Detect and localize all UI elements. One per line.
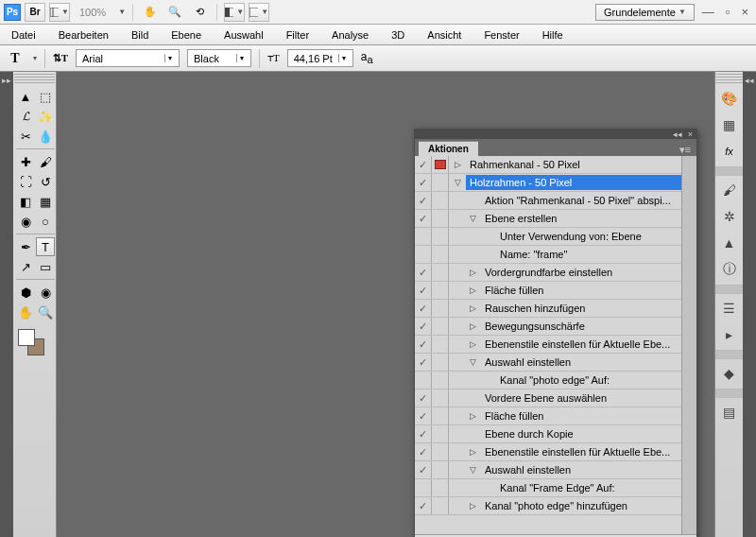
workspace-dropdown[interactable]: Grundelemente▼	[595, 4, 695, 21]
heal-tool[interactable]: ✚	[16, 152, 35, 171]
dialog-toggle[interactable]	[432, 174, 449, 191]
disclosure-icon[interactable]: ▽	[470, 357, 481, 367]
dialog-toggle[interactable]	[432, 282, 449, 299]
actions-panel-icon[interactable]: ▸	[718, 323, 741, 346]
toggle-checkbox[interactable]: ✓	[415, 497, 432, 514]
actions-list[interactable]: ✓▷Rahmenkanal - 50 Pixel✓▽Holzrahmen - 5…	[415, 156, 681, 534]
minimize-button[interactable]: —	[698, 5, 718, 19]
lasso-tool[interactable]: 𝓛	[16, 107, 35, 126]
marquee-tool[interactable]: ⬚	[36, 87, 55, 106]
navigator-panel-icon[interactable]: ✲	[718, 205, 741, 228]
disclosure-icon[interactable]: ▷	[470, 303, 481, 313]
menu-filter[interactable]: Filter	[283, 27, 313, 43]
type-tool[interactable]: T	[36, 237, 55, 256]
right-dock-collapsed[interactable]: ◂◂	[743, 72, 756, 537]
toggle-checkbox[interactable]	[415, 246, 432, 263]
toolbox-grip[interactable]	[14, 74, 55, 83]
action-row[interactable]: ✓▽Auswahl einstellen	[415, 354, 681, 372]
toggle-checkbox[interactable]	[415, 228, 432, 245]
zoom-level[interactable]: 100%	[74, 7, 112, 18]
shape-tool[interactable]: ▭	[36, 257, 55, 276]
disclosure-icon[interactable]: ▷	[470, 411, 481, 421]
action-row[interactable]: Unter Verwendung von: Ebene	[415, 228, 681, 246]
dialog-toggle[interactable]	[432, 156, 449, 173]
eraser-tool[interactable]: ◧	[16, 192, 35, 211]
crop-tool[interactable]: ✂	[16, 127, 35, 146]
color-swatches[interactable]	[16, 327, 53, 359]
menu-bearbeiten[interactable]: Bearbeiten	[55, 27, 112, 43]
hand-tool-button[interactable]: ✋	[140, 3, 161, 22]
toggle-checkbox[interactable]	[415, 479, 432, 496]
disclosure-icon[interactable]: ▷	[470, 321, 481, 331]
left-dock-collapsed[interactable]: ▸▸	[0, 72, 13, 537]
dialog-toggle[interactable]	[432, 228, 449, 245]
styles-panel-icon[interactable]: fx	[718, 140, 741, 163]
zoom-tool-button[interactable]: 🔍	[164, 3, 185, 22]
rightbar-grip[interactable]	[715, 74, 743, 83]
action-row[interactable]: ✓Aktion "Rahmenkanal - 50 Pixel" abspi..…	[415, 192, 681, 210]
panel-collapse-icon[interactable]: ◂◂	[673, 130, 682, 139]
arrange-button[interactable]: ▼	[224, 3, 245, 22]
toggle-checkbox[interactable]: ✓	[415, 336, 432, 353]
disclosure-icon[interactable]: ▷	[470, 501, 481, 511]
disclosure-icon[interactable]: ▷	[470, 268, 481, 277]
dialog-toggle[interactable]	[432, 246, 449, 263]
action-row[interactable]: ✓▷Rauschen hinzufügen	[415, 300, 681, 318]
channels-panel-icon[interactable]: ▤	[718, 401, 741, 424]
path-tool[interactable]: ↗	[16, 257, 35, 276]
toggle-checkbox[interactable]: ✓	[415, 461, 432, 478]
toggle-checkbox[interactable]: ✓	[415, 425, 432, 442]
rotate-view-button[interactable]: ⟲	[189, 3, 210, 22]
gradient-tool[interactable]: ▦	[36, 192, 55, 211]
foreground-swatch[interactable]	[18, 329, 35, 346]
action-row[interactable]: ✓▽Ebene erstellen	[415, 210, 681, 228]
disclosure-icon[interactable]: ▷	[455, 160, 466, 169]
toggle-checkbox[interactable]: ✓	[415, 210, 432, 227]
font-size-dropdown[interactable]: 44,16 Pt▾	[287, 49, 353, 67]
scrollbar[interactable]	[681, 156, 696, 534]
dialog-toggle[interactable]	[432, 336, 449, 353]
toggle-checkbox[interactable]: ✓	[415, 264, 432, 281]
orientation-icon[interactable]: ⇅T	[53, 51, 68, 66]
menu-datei[interactable]: Datei	[8, 27, 40, 43]
action-row[interactable]: ✓▷Rahmenkanal - 50 Pixel	[415, 156, 681, 174]
action-row[interactable]: ✓▷Fläche füllen	[415, 282, 681, 300]
dialog-toggle[interactable]	[432, 497, 449, 514]
info-panel-icon[interactable]: ⓘ	[718, 258, 741, 281]
3d-camera-tool[interactable]: ◉	[36, 283, 55, 302]
tab-aktionen[interactable]: Aktionen	[419, 141, 478, 156]
pen-tool[interactable]: ✒	[16, 237, 35, 256]
swatches-panel-icon[interactable]: ▦	[718, 113, 741, 136]
menu-analyse[interactable]: Analyse	[328, 27, 372, 43]
menu-ansicht[interactable]: Ansicht	[423, 27, 465, 43]
toggle-checkbox[interactable]: ✓	[415, 300, 432, 317]
move-tool[interactable]: ▲	[16, 87, 35, 106]
dialog-toggle[interactable]	[432, 425, 449, 442]
dialog-toggle[interactable]	[432, 390, 449, 407]
layers-panel-icon[interactable]: ◆	[718, 362, 741, 385]
dialog-toggle[interactable]	[432, 479, 449, 496]
action-row[interactable]: Kanal "photo edge" Auf:	[415, 372, 681, 390]
dialog-toggle[interactable]	[432, 443, 449, 460]
toggle-checkbox[interactable]: ✓	[415, 174, 432, 191]
dialog-toggle[interactable]	[432, 210, 449, 227]
toggle-checkbox[interactable]: ✓	[415, 192, 432, 209]
toggle-checkbox[interactable]: ✓	[415, 390, 432, 407]
action-row[interactable]: ✓▷Vordergrundfarbe einstellen	[415, 264, 681, 282]
dialog-toggle[interactable]	[432, 192, 449, 209]
action-row[interactable]: Name: "frame"	[415, 246, 681, 264]
brush-tool[interactable]: 🖌	[36, 152, 55, 171]
menu-3d[interactable]: 3D	[387, 27, 408, 43]
menu-auswahl[interactable]: Auswahl	[220, 27, 267, 43]
panel-menu-icon[interactable]: ▾≡	[674, 144, 696, 156]
menu-ebene[interactable]: Ebene	[167, 27, 205, 43]
wand-tool[interactable]: ✨	[36, 107, 55, 126]
action-row[interactable]: ✓▷Fläche füllen	[415, 407, 681, 425]
3d-tool[interactable]: ⬢	[16, 283, 35, 302]
toggle-checkbox[interactable]: ✓	[415, 282, 432, 299]
history-brush-tool[interactable]: ↺	[36, 172, 55, 191]
toggle-checkbox[interactable]: ✓	[415, 354, 432, 371]
disclosure-icon[interactable]: ▽	[470, 214, 481, 223]
font-family-dropdown[interactable]: Arial▾	[76, 49, 180, 67]
dialog-toggle[interactable]	[432, 300, 449, 317]
